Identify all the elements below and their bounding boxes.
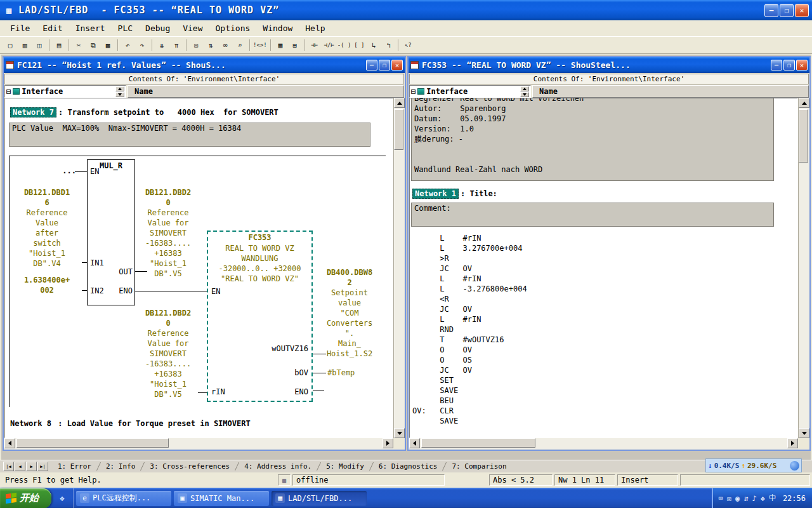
- upload-icon[interactable]: ⇈: [169, 38, 183, 52]
- download-icon[interactable]: ⇊: [155, 38, 169, 52]
- sort-icon[interactable]: ⇅: [204, 38, 218, 52]
- contact-no-icon[interactable]: ⊣⊢: [308, 38, 322, 52]
- scroll-up-button[interactable]: [394, 98, 405, 108]
- tab-cross-references[interactable]: 3: Cross-references: [143, 462, 236, 471]
- redo-icon[interactable]: ↷: [135, 38, 149, 52]
- taskbar-item-plc-remote[interactable]: e PLC远程控制...: [76, 491, 171, 506]
- vertical-scroll-thumb[interactable]: [799, 109, 808, 163]
- fc121-lad-editor[interactable]: Network 7 : Transform setpoint to 4000 H…: [4, 98, 393, 438]
- menu-edit[interactable]: Edit: [36, 22, 69, 35]
- fc121-interface-tree[interactable]: ⊟ Interface: [4, 85, 126, 98]
- network1-label[interactable]: Network 1: [412, 189, 459, 199]
- net-speed-widget[interactable]: ↓ 0.4K/S ↑ 29.6K/S: [705, 458, 802, 472]
- fc353-close-button[interactable]: ✕: [796, 60, 808, 70]
- start-button[interactable]: 开始: [0, 488, 51, 508]
- fc121-maximize-button[interactable]: ❐: [379, 60, 390, 70]
- tab-error[interactable]: 1: Error: [51, 462, 98, 471]
- fc353-maximize-button[interactable]: ❐: [783, 60, 795, 70]
- fc353-stl-editor[interactable]: Begrenzer Real to WORD mit Vorzeichen Au…: [409, 98, 798, 438]
- name-column-header[interactable]: Name: [128, 85, 404, 98]
- horizontal-scroll-thumb[interactable]: [421, 438, 535, 448]
- ime-indicator[interactable]: 中: [769, 493, 776, 504]
- undo-icon[interactable]: ↶: [121, 38, 134, 52]
- empty-box-icon[interactable]: [ ]: [352, 38, 366, 52]
- mail-tray-icon[interactable]: ✉: [727, 494, 731, 503]
- operand-out-symbol[interactable]: Reference Value for SIMOVERT -16383.... …: [138, 208, 198, 279]
- scroll-left-button[interactable]: [4, 438, 15, 448]
- menu-debug[interactable]: Debug: [139, 22, 176, 35]
- scroll-up-button[interactable]: [799, 98, 809, 108]
- tree-expander-icon[interactable]: ⊟: [411, 87, 416, 96]
- tab-next-button[interactable]: ▶: [26, 462, 37, 471]
- main-titlebar[interactable]: ▦ LAD/STL/FBD - FC353 -- “REAL TO WORD V…: [0, 0, 812, 20]
- zoom-icon[interactable]: ⌕: [233, 38, 247, 52]
- taskbar-clock[interactable]: 22:56: [783, 494, 806, 503]
- fc121-vertical-scrollbar[interactable]: [393, 98, 404, 438]
- network7-header[interactable]: Network 7 : Transform setpoint to 4000 H…: [10, 107, 278, 117]
- tab-diagnostics[interactable]: 6: Diagnostics: [372, 462, 444, 471]
- fc121-titlebar[interactable]: FC121 -- “Hoist 1 ref. Values” -- ShouS.…: [4, 57, 405, 73]
- operand-in1-address[interactable]: DB121.DBD1 6: [12, 187, 82, 208]
- operand-wout-address[interactable]: DB400.DBW8 2: [316, 267, 383, 288]
- menu-help[interactable]: Help: [299, 22, 331, 35]
- restore-button[interactable]: ❐: [780, 4, 794, 17]
- fc353-vertical-scrollbar[interactable]: [798, 98, 809, 438]
- tab-info[interactable]: 2: Info: [100, 462, 141, 471]
- cut-icon[interactable]: ✂: [72, 38, 86, 52]
- operand-wout-symbol[interactable]: Setpoint value "COM Converters ". Main_ …: [316, 288, 383, 359]
- mul-r-block[interactable]: MUL_R EN IN1 IN2 OUT ENO: [87, 159, 135, 305]
- spin-down-button[interactable]: [520, 92, 529, 97]
- fc121-close-button[interactable]: ✕: [391, 60, 403, 70]
- save-icon[interactable]: ◫: [32, 38, 46, 52]
- taskbar-item-simatic-manager[interactable]: ▣ SIMATIC Man...: [174, 491, 269, 506]
- tab-address-info[interactable]: 4: Address info.: [238, 462, 318, 471]
- volume-tray-icon[interactable]: ♪: [752, 494, 756, 503]
- operand-rin-symbol[interactable]: Reference Value for SIMOVERT -16383.... …: [138, 328, 198, 399]
- monitor-icon[interactable]: ∞: [218, 38, 232, 52]
- network8-header[interactable]: Network 8 : Load Value for Torque preset…: [10, 418, 251, 429]
- fc353-minimize-button[interactable]: —: [771, 60, 782, 70]
- block-header-comment[interactable]: Begrenzer Real to WORD mit Vorzeichen Au…: [411, 98, 774, 181]
- program-status-icon[interactable]: !<>!: [252, 38, 268, 52]
- open-branch-icon[interactable]: ↳: [367, 38, 381, 52]
- menu-insert[interactable]: Insert: [69, 22, 112, 35]
- operand-rin-address[interactable]: DB121.DBD2 0: [138, 308, 198, 328]
- tree-expander-icon[interactable]: ⊟: [6, 87, 11, 96]
- menu-file[interactable]: File: [4, 22, 36, 35]
- fc353-horizontal-scrollbar[interactable]: [409, 438, 798, 449]
- copy-icon[interactable]: ⧉: [86, 38, 100, 52]
- fc353-block[interactable]: FC353 REAL TO WORD VZ WANDLUNG -32000..0…: [207, 231, 313, 402]
- app-tray-icon[interactable]: ❖: [761, 494, 765, 503]
- operand-bov[interactable]: #bTemp: [327, 368, 365, 378]
- tab-modify[interactable]: 5: Modify: [320, 462, 370, 471]
- paste-icon[interactable]: ▩: [101, 38, 115, 52]
- tab-prev-button[interactable]: ◀: [15, 462, 25, 471]
- scroll-down-button[interactable]: [394, 428, 405, 438]
- spin-down-button[interactable]: [115, 92, 124, 97]
- fc353-interface-tree[interactable]: ⊟ Interface: [409, 85, 531, 98]
- tab-last-button[interactable]: ▶|: [37, 462, 48, 471]
- message-icon[interactable]: ✉: [189, 38, 203, 52]
- help-cursor-icon[interactable]: ↖?: [401, 38, 415, 52]
- fc121-minimize-button[interactable]: —: [366, 60, 377, 70]
- network7-comment[interactable]: PLC Value MAX=100% Nmax-SIMOVERT = 4000H…: [9, 123, 370, 147]
- close-button[interactable]: ✕: [795, 4, 809, 17]
- overview-icon[interactable]: ⊞: [288, 38, 302, 52]
- fc353-titlebar[interactable]: FC353 -- “REAL TO WORD VZ” -- ShouSteel.…: [409, 57, 809, 73]
- network-tray-icon[interactable]: ⇵: [743, 494, 748, 503]
- antivirus-tray-icon[interactable]: ◉: [735, 494, 740, 503]
- taskbar-item-ladstlfbd[interactable]: ▦ LAD/STL/FBD...: [272, 491, 367, 506]
- horizontal-scroll-thumb[interactable]: [16, 438, 169, 448]
- spin-up-button[interactable]: [115, 86, 124, 91]
- new-file-icon[interactable]: ▢: [3, 38, 17, 52]
- name-column-header[interactable]: Name: [532, 85, 809, 98]
- scroll-left-button[interactable]: [409, 438, 420, 448]
- menu-view[interactable]: View: [176, 22, 209, 35]
- contact-nc-icon[interactable]: ⊣/⊢: [322, 38, 336, 52]
- minimize-button[interactable]: —: [764, 4, 778, 17]
- menu-window[interactable]: Window: [256, 22, 299, 35]
- menu-plc[interactable]: PLC: [112, 22, 139, 35]
- operand-in2-constant[interactable]: 1.638400e+ 002: [12, 275, 82, 295]
- quick-launch-icon[interactable]: ❖: [56, 493, 68, 504]
- keyboard-tray-icon[interactable]: ⌨: [718, 494, 723, 503]
